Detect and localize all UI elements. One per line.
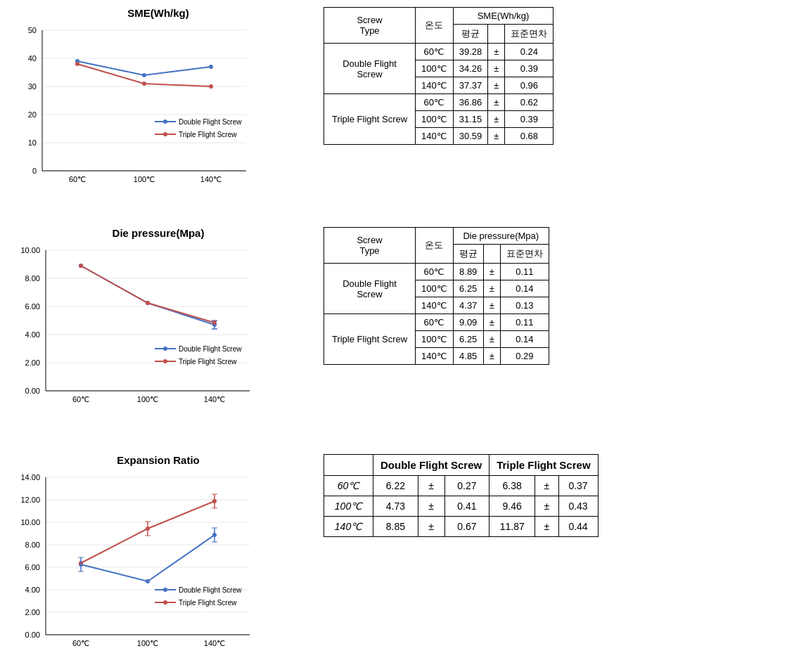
col-dp-mean: 평균 [453,245,483,264]
pt-triple-dp-60 [79,264,83,268]
x-dp-140: 140℃ [204,395,225,403]
sme-cell-mean-2: 37.37 [453,77,488,94]
dp-cell-temp-1: 100℃ [416,280,454,297]
legend-dp-double-dot [163,347,167,351]
er-cell-tfs_mean-1: 9.46 [490,496,535,517]
sme-cell-mean-4: 31.15 [453,111,488,128]
dp-screwtype-3: Triple Flight Screw [324,314,416,365]
y-label-10: 10 [28,138,37,147]
er-cell-dfs_sd-1: 0.41 [444,496,490,517]
legend-er-double-label: Double Flight Screw [179,586,242,594]
er-cell-temp-2: 140℃ [324,517,373,537]
er-cell-tfs_mean-2: 11.87 [490,517,535,537]
table-sme: ScrewType 온도 SME(Wh/kg) 평균 표준면차 Double F… [324,7,780,145]
sme-screwtype-0: Double Flight Screw [324,44,416,94]
legend-label-double: Double Flight Screw [179,118,242,126]
y-er-10: 10.00 [20,518,40,526]
er-cell-dfs_pm-2: ± [418,517,444,537]
sme-cell-temp-3: 60℃ [416,94,454,111]
sme-cell-pm-2: ± [488,77,505,94]
point-triple-sme-140 [209,84,213,89]
col-sme-header: SME(Wh/kg) [453,8,554,25]
pt-triple-dp-140 [212,321,217,325]
y-er-12: 12.00 [20,496,40,504]
legend-er-triple-dot [163,600,167,605]
sme-table: ScrewType 온도 SME(Wh/kg) 평균 표준면차 Double F… [324,7,554,145]
legend-dp-triple-label: Triple Flight Screw [179,358,237,366]
chart-sme-svg: 50 40 30 20 10 0 60℃ 100℃ 140℃ [7,23,274,206]
dp-cell-mean-2: 4.37 [453,297,483,314]
col-dp-header: Die pressure(Mpa) [453,228,549,245]
y-dp-10: 10.00 [20,246,40,254]
legend-dp-triple-dot [163,359,167,363]
er-cell-temp-0: 60℃ [324,476,373,496]
dp-screwtype-0: Double Flight Screw [324,264,416,314]
line-double-er [81,535,215,581]
dp-cell-sd-4: 0.14 [500,331,549,348]
x-er-60: 60℃ [72,639,89,647]
dp-cell-pm-0: ± [483,264,500,280]
dp-cell-sd-0: 0.11 [500,264,549,280]
dp-cell-mean-1: 6.25 [453,280,483,297]
section-sme: SME(Wh/kg) 50 40 30 20 10 0 [7,7,780,206]
sme-cell-pm-3: ± [488,94,505,111]
legend-dp-double-label: Double Flight Screw [179,345,242,353]
col-dp-temp: 온도 [416,228,454,264]
y-label-20: 20 [28,110,37,119]
dp-cell-temp-0: 60℃ [416,264,454,280]
sme-cell-sd-3: 0.62 [505,94,554,111]
sme-cell-sd-4: 0.39 [505,111,554,128]
sme-cell-pm-0: ± [488,44,505,60]
er-cell-tfs_mean-0: 6.38 [490,476,535,496]
sme-cell-pm-5: ± [488,128,505,145]
legend-dot-double [163,119,167,124]
col-screw-type-header: ScrewType [324,8,416,44]
dp-cell-sd-1: 0.14 [500,280,549,297]
section-expansion: Expansion Ratio 14.00 12.00 10.00 8.00 6… [7,454,780,672]
sme-cell-pm-1: ± [488,60,505,77]
y-label-50: 50 [28,26,37,34]
sme-cell-mean-0: 39.28 [453,44,488,60]
chart-diepressure-svg: 10.00 8.00 6.00 4.00 2.00 0.00 60℃ 100℃ … [7,243,274,433]
x-er-140: 140℃ [204,639,225,647]
sme-cell-temp-0: 60℃ [416,44,454,60]
col-dp-pm [483,245,500,264]
expansion-table: Double Flight Screw Triple Flight Screw … [324,454,599,537]
y-label-40: 40 [28,54,37,63]
chart-expansion: Expansion Ratio 14.00 12.00 10.00 8.00 6… [7,454,309,672]
sme-cell-temp-5: 140℃ [416,128,454,145]
legend-dot-triple [163,132,167,136]
x-label-100: 100℃ [134,175,155,183]
sme-cell-mean-5: 30.59 [453,128,488,145]
legend-er-double-dot [163,588,167,592]
x-label-140: 140℃ [200,175,222,183]
col-dp-screwtype: ScrewType [324,228,416,264]
dp-cell-sd-5: 0.29 [500,348,549,365]
table-expansion: Double Flight Screw Triple Flight Screw … [324,454,780,537]
sme-cell-pm-4: ± [488,111,505,128]
dp-cell-temp-3: 60℃ [416,314,454,331]
dp-cell-pm-3: ± [483,314,500,331]
chart-diepressure-title: Die pressure(Mpa) [7,227,309,239]
y-label-30: 30 [28,82,37,91]
y-dp-6: 6.00 [25,302,40,311]
y-dp-2: 2.00 [25,358,40,367]
y-er-2: 2.00 [25,608,40,616]
chart-expansion-title: Expansion Ratio [7,454,309,466]
er-cell-tfs_sd-2: 0.44 [558,517,598,537]
dp-cell-pm-2: ± [483,297,500,314]
col-dp-sd: 표준면차 [500,245,549,264]
chart-sme: SME(Wh/kg) 50 40 30 20 10 0 [7,7,309,206]
dp-cell-temp-4: 100℃ [416,331,454,348]
dp-cell-temp-5: 140℃ [416,348,454,365]
sme-cell-sd-2: 0.96 [505,77,554,94]
col-er-triple-header: Triple Flight Screw [490,455,598,476]
y-er-0: 0.00 [25,631,40,639]
chart-expansion-svg: 14.00 12.00 10.00 8.00 6.00 4.00 2.00 0.… [7,470,281,672]
dp-cell-mean-5: 4.85 [453,348,483,365]
y-er-14: 14.00 [20,473,40,482]
point-triple-sme-100 [142,82,146,86]
col-pm-header [488,25,505,44]
y-dp-4: 4.00 [25,330,40,339]
legend-label-triple: Triple Flight Screw [179,131,237,138]
